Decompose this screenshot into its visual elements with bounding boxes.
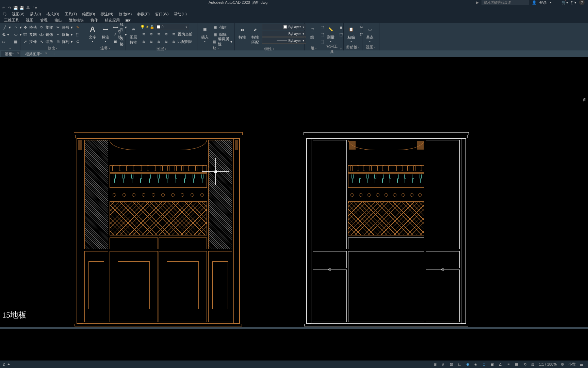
line-button[interactable]: ╱▾ [1, 24, 12, 31]
ortho-button[interactable]: ∟ [456, 361, 463, 367]
person-icon[interactable]: 👤 [532, 0, 537, 5]
panel-annotate-label[interactable]: 注释 [86, 45, 124, 51]
menu-tools[interactable]: 工具(T) [63, 12, 79, 17]
panel-group-label[interactable]: 组 [306, 45, 322, 51]
calc-button[interactable]: 🖩 [338, 24, 344, 31]
cycle-button[interactable]: ⟲ [521, 361, 528, 367]
model-button[interactable]: ⊞ [431, 361, 439, 367]
panel-utils-label[interactable]: 实用工具 [325, 43, 342, 55]
search-input[interactable]: 键入关键字或短语 [481, 0, 529, 5]
trim-button[interactable]: ✂修剪▾ [54, 24, 74, 31]
erase-button[interactable]: ✎ [74, 24, 81, 31]
tab-expand[interactable]: ▣▾ [123, 17, 133, 23]
file-tab-1[interactable]: 酒柜*× [1, 51, 20, 57]
menu-draw[interactable]: 绘图(D) [80, 12, 97, 17]
layerstate-button[interactable]: ≋ [140, 31, 147, 37]
tab-view[interactable]: 视图 [22, 17, 37, 24]
lineweight-select[interactable]: ByLayer▼ [262, 31, 306, 37]
layerprops-button[interactable]: ≋ 图层 特性 [127, 24, 140, 46]
panel-view-label[interactable]: 视图 [364, 44, 378, 50]
panel-props-label[interactable]: 特性 [236, 46, 303, 52]
layout-tab-model[interactable]: 2 [3, 362, 5, 366]
redo-button[interactable]: ↷ [7, 5, 12, 11]
layer-select[interactable]: 0 ▼ [155, 24, 189, 30]
menu-insert[interactable]: 插入(I) [28, 12, 43, 17]
props-button[interactable]: ☷ 特性 [236, 24, 248, 41]
dim-button[interactable]: ⟷ 标注▼ [99, 24, 112, 43]
undo-button[interactable]: ↶ [1, 5, 6, 11]
group-button[interactable]: ⬚组 [306, 24, 318, 41]
linetype-select[interactable]: ByLayer▼ [262, 37, 306, 44]
lock-icon[interactable]: 🔓 [150, 25, 154, 29]
tab-3dtools[interactable]: 三维工具 [1, 17, 22, 24]
layout-add-button[interactable]: + [7, 362, 10, 366]
stretch-button[interactable]: ⤢拉伸 [22, 38, 37, 45]
layeriso-button[interactable]: ≋ [148, 31, 154, 37]
matchprop-button[interactable]: 🖌 特性 匹配 [249, 24, 261, 46]
customize-button[interactable]: ☰ [578, 361, 585, 367]
move-button[interactable]: ✥移动 [22, 24, 37, 31]
grid-button[interactable]: # [439, 361, 447, 367]
base-button[interactable]: ▭基点▼ [364, 24, 376, 43]
panel-draw-label[interactable] [1, 47, 19, 50]
scale-button[interactable]: ⤡缩放 [38, 38, 54, 45]
saveas-button[interactable]: 💾 [19, 5, 24, 11]
drawing-area[interactable]: 面 15地板 [0, 57, 588, 329]
help-icon[interactable]: ? [579, 0, 585, 5]
osnap-button[interactable]: □ [480, 361, 488, 367]
login-dropdown-icon[interactable]: ▼ [550, 1, 552, 4]
otrack-button[interactable]: ∠ [496, 361, 504, 367]
iso-button[interactable]: ◈ [472, 361, 479, 367]
polar-button[interactable]: ⊕ [464, 361, 471, 367]
tab-manage[interactable]: 管理 [37, 17, 51, 24]
layer1-button[interactable]: ≋ [140, 38, 147, 45]
layeroff-button[interactable]: ≋ [163, 31, 169, 37]
app-switch-icon[interactable]: ⬚▾ [571, 0, 576, 5]
layer4-button[interactable]: ≋ [163, 38, 169, 45]
snap-button[interactable]: ⊡ [447, 361, 455, 367]
menu-format[interactable]: 格式(O) [44, 12, 61, 17]
save-button[interactable]: 💾 [13, 5, 18, 11]
paste-button[interactable]: 📋粘贴▼ [345, 24, 357, 43]
menu-modify[interactable]: 修改(M) [117, 12, 134, 17]
fillet-button[interactable]: ⌐圆角▾ [54, 31, 74, 38]
menu-help[interactable]: 帮助(H) [172, 12, 189, 17]
new-tab-button[interactable]: + [50, 51, 58, 57]
close-icon[interactable]: × [17, 51, 19, 55]
menu-window[interactable]: 窗口(W) [153, 12, 171, 17]
color-select[interactable]: ByLayer▼ [262, 24, 306, 30]
more-draw-button[interactable]: ⬭ [1, 38, 12, 45]
measure-button[interactable]: 📏测量▼ [325, 24, 337, 43]
array-button[interactable]: ⊞阵列▾ [54, 38, 74, 45]
setcurrent-button[interactable]: ≋置为当前 [170, 31, 193, 37]
transp-button[interactable]: ▦ [513, 361, 520, 367]
rotate-button[interactable]: ↻旋转 [38, 24, 54, 31]
text-button[interactable]: A 文字▼ [86, 24, 99, 43]
tab-collab[interactable]: 协作 [87, 17, 101, 24]
tab-output[interactable]: 输出 [51, 17, 65, 24]
copy-button[interactable]: ⿻复制 [22, 31, 37, 38]
arc-button[interactable]: 弧▾ [1, 31, 12, 38]
menu-parametric[interactable]: 参数(P) [135, 12, 152, 17]
create-button[interactable]: ▦创建 [212, 24, 233, 31]
panel-layers-label[interactable]: 图层 [127, 46, 196, 52]
annomon-button[interactable]: ⚖ [529, 361, 537, 367]
login-link[interactable]: 登录 [539, 0, 547, 5]
matchlayer-button[interactable]: ≋匹配图层 [170, 38, 193, 45]
plot-button[interactable]: 🖶 [25, 5, 31, 11]
lwt-button[interactable]: ≡ [505, 361, 512, 367]
cart-icon[interactable]: 🛒▾ [561, 0, 568, 5]
layer2-button[interactable]: ≋ [148, 38, 154, 45]
menu-view[interactable]: 视图(V) [10, 12, 27, 17]
mirror-button[interactable]: ◁▷镜像 [38, 31, 54, 38]
editattr-button[interactable]: ▦编辑属性▾ [212, 38, 233, 45]
tab-addon[interactable]: 附加模块 [65, 17, 87, 24]
units-display[interactable]: 小数 [567, 362, 577, 367]
bulb-icon[interactable]: 💡 [140, 25, 145, 29]
scale-display[interactable]: 1:1 / 100% [537, 362, 558, 366]
gear-button[interactable]: ⚙ [559, 361, 566, 367]
3dosnap-button[interactable]: ▣ [488, 361, 496, 367]
explode-button[interactable]: ⬚ [74, 31, 81, 38]
select-button[interactable]: ⬚ [338, 31, 344, 38]
layer3-button[interactable]: ≋ [155, 38, 162, 45]
